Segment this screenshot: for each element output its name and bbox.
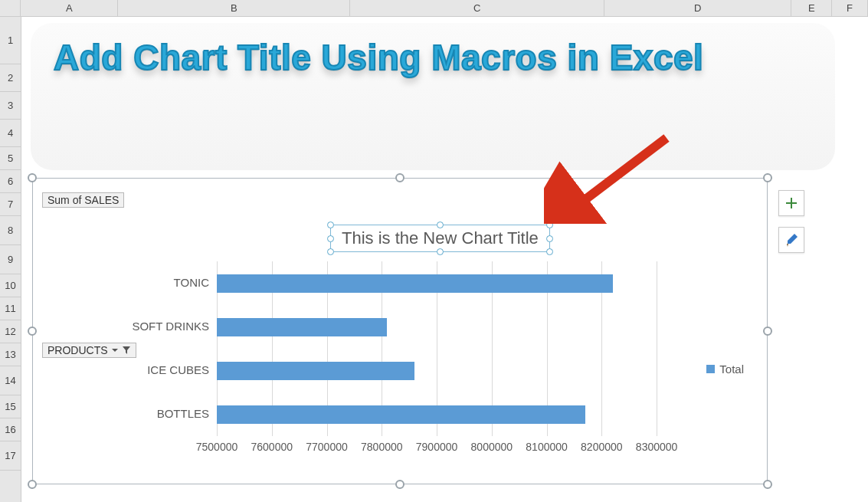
title-handle-nw[interactable] bbox=[327, 221, 334, 228]
column-header-a[interactable]: A bbox=[21, 0, 118, 16]
row-header-7[interactable]: 7 bbox=[0, 193, 21, 216]
x-axis-tick-label: 7900000 bbox=[416, 441, 458, 453]
title-handle-se[interactable] bbox=[546, 248, 553, 255]
x-axis-tick-label: 7500000 bbox=[196, 441, 238, 453]
select-all-corner[interactable] bbox=[0, 0, 21, 16]
bar-ice-cubes[interactable] bbox=[217, 362, 414, 380]
row-header-8[interactable]: 8 bbox=[0, 216, 21, 245]
x-axis-tick-label: 8300000 bbox=[636, 441, 678, 453]
x-axis-tick-label: 7700000 bbox=[306, 441, 348, 453]
resize-handle-w[interactable] bbox=[28, 326, 37, 336]
row-header-13[interactable]: 13 bbox=[0, 343, 21, 366]
title-handle-w[interactable] bbox=[327, 235, 334, 242]
chart-title-text: This is the New Chart Title bbox=[342, 228, 539, 248]
legend-label: Total bbox=[719, 363, 744, 376]
row-header-1[interactable]: 1 bbox=[0, 17, 21, 64]
bar-tonic[interactable] bbox=[217, 274, 613, 293]
row-header-14[interactable]: 14 bbox=[0, 366, 21, 395]
resize-handle-ne[interactable] bbox=[763, 173, 772, 182]
row-header-10[interactable]: 10 bbox=[0, 274, 21, 297]
x-axis-tick-label: 8100000 bbox=[526, 441, 568, 453]
x-axis-tick-label: 8000000 bbox=[471, 441, 513, 453]
chart-elements-button[interactable] bbox=[778, 190, 804, 216]
title-handle-e[interactable] bbox=[546, 235, 553, 242]
category-label: ICE CUBES bbox=[56, 363, 209, 376]
pivot-values-field-label: Sum of SALES bbox=[47, 194, 119, 206]
resize-handle-sw[interactable] bbox=[28, 480, 37, 489]
resize-handle-s[interactable] bbox=[395, 480, 405, 489]
resize-handle-se[interactable] bbox=[763, 480, 772, 489]
x-axis-tick-label: 7600000 bbox=[251, 441, 293, 453]
resize-handle-nw[interactable] bbox=[28, 173, 37, 182]
row-header-2[interactable]: 2 bbox=[0, 64, 21, 92]
row-header-5[interactable]: 5 bbox=[0, 147, 21, 170]
column-header-c[interactable]: C bbox=[350, 0, 604, 16]
row-header-9[interactable]: 9 bbox=[0, 245, 21, 274]
chart-title-textbox[interactable]: This is the New Chart Title bbox=[330, 225, 550, 252]
x-axis-tick-label: 7800000 bbox=[361, 441, 403, 453]
chart-plot-area[interactable]: 7500000760000077000007800000790000080000… bbox=[217, 261, 699, 453]
row-header-11[interactable]: 11 bbox=[0, 297, 21, 320]
dropdown-icon bbox=[111, 346, 119, 354]
resize-handle-n[interactable] bbox=[395, 173, 405, 182]
row-header-4[interactable]: 4 bbox=[0, 120, 21, 147]
x-axis-tick-label: 8200000 bbox=[581, 441, 623, 453]
row-header-15[interactable]: 15 bbox=[0, 395, 21, 418]
pivot-axis-field-button[interactable]: PRODUCTS bbox=[42, 343, 136, 358]
row-header-16[interactable]: 16 bbox=[0, 418, 21, 441]
row-header-column: 1234567891011121314151617 bbox=[0, 17, 21, 502]
row-header-3[interactable]: 3 bbox=[0, 92, 21, 120]
title-handle-sw[interactable] bbox=[327, 248, 334, 255]
category-label: SOFT DRINKS bbox=[56, 320, 209, 333]
pivot-axis-field-label: PRODUCTS bbox=[47, 344, 108, 356]
column-header-row: A B C D E F bbox=[0, 0, 868, 17]
bar-bottles[interactable] bbox=[217, 405, 585, 424]
legend-swatch bbox=[706, 365, 715, 373]
row-header-17[interactable]: 17 bbox=[0, 441, 21, 471]
plus-icon bbox=[784, 196, 798, 210]
title-handle-s[interactable] bbox=[437, 248, 444, 255]
column-header-f[interactable]: F bbox=[832, 0, 868, 16]
pivot-chart-object[interactable]: Sum of SALES PRODUCTS This is the New Ch… bbox=[32, 178, 768, 484]
page-title: Add Chart Title Using Macros in Excel bbox=[54, 37, 812, 78]
brush-icon bbox=[784, 232, 799, 248]
column-header-b[interactable]: B bbox=[118, 0, 350, 16]
pivot-values-field-button[interactable]: Sum of SALES bbox=[42, 192, 124, 208]
chart-styles-button[interactable] bbox=[778, 227, 804, 253]
row-header-6[interactable]: 6 bbox=[0, 170, 21, 193]
category-label: TONIC bbox=[56, 276, 209, 289]
resize-handle-e[interactable] bbox=[763, 326, 772, 336]
title-handle-n[interactable] bbox=[437, 221, 444, 228]
chart-legend[interactable]: Total bbox=[706, 363, 744, 376]
gridline bbox=[657, 261, 657, 436]
filter-icon bbox=[122, 346, 131, 355]
category-label: BOTTLES bbox=[56, 407, 209, 420]
row-header-12[interactable]: 12 bbox=[0, 320, 21, 343]
column-header-e[interactable]: E bbox=[791, 0, 832, 16]
page-title-shape: Add Chart Title Using Macros in Excel bbox=[31, 23, 835, 170]
bar-soft-drinks[interactable] bbox=[217, 318, 387, 336]
column-header-d[interactable]: D bbox=[604, 0, 791, 16]
title-handle-ne[interactable] bbox=[546, 221, 553, 228]
